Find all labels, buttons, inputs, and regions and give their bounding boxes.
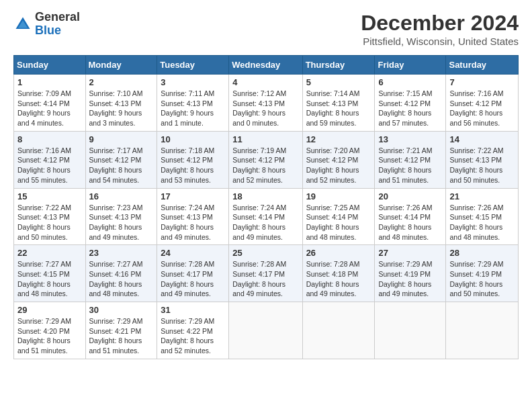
calendar-cell: 23Sunrise: 7:27 AMSunset: 4:16 PMDayligh…: [85, 245, 157, 302]
day-number: 1: [17, 77, 82, 87]
day-info: Sunrise: 7:12 AMSunset: 4:13 PMDaylight:…: [232, 89, 298, 128]
day-number: 25: [232, 248, 298, 258]
day-number: 31: [161, 305, 225, 315]
logo: General Blue: [13, 11, 80, 38]
calendar-cell: 8Sunrise: 7:16 AMSunset: 4:12 PMDaylight…: [14, 131, 86, 188]
day-number: 21: [449, 191, 515, 201]
day-number: 16: [89, 191, 154, 201]
calendar-cell: 29Sunrise: 7:29 AMSunset: 4:20 PMDayligh…: [14, 302, 86, 359]
logo-icon: [13, 15, 32, 34]
day-info: Sunrise: 7:29 AMSunset: 4:20 PMDaylight:…: [17, 316, 82, 356]
calendar-table: SundayMondayTuesdayWednesdayThursdayFrid…: [13, 55, 519, 359]
day-number: 6: [378, 77, 442, 87]
day-info: Sunrise: 7:16 AMSunset: 4:12 PMDaylight:…: [17, 146, 82, 185]
day-number: 22: [17, 248, 82, 258]
day-info: Sunrise: 7:27 AMSunset: 4:15 PMDaylight:…: [17, 259, 82, 299]
calendar-week-1: 1Sunrise: 7:09 AMSunset: 4:14 PMDaylight…: [14, 75, 519, 132]
calendar-cell: 11Sunrise: 7:19 AMSunset: 4:12 PMDayligh…: [229, 131, 302, 188]
calendar-cell: 12Sunrise: 7:20 AMSunset: 4:12 PMDayligh…: [302, 131, 375, 188]
title-block: December 2024 Pittsfield, Wisconsin, Uni…: [361, 11, 519, 47]
calendar-week-4: 22Sunrise: 7:27 AMSunset: 4:15 PMDayligh…: [14, 245, 519, 302]
day-info: Sunrise: 7:22 AMSunset: 4:13 PMDaylight:…: [449, 146, 515, 185]
day-info: Sunrise: 7:26 AMSunset: 4:15 PMDaylight:…: [449, 203, 515, 242]
day-info: Sunrise: 7:09 AMSunset: 4:14 PMDaylight:…: [17, 89, 82, 128]
weekday-friday: Friday: [375, 56, 446, 75]
calendar-week-2: 8Sunrise: 7:16 AMSunset: 4:12 PMDaylight…: [14, 131, 519, 188]
calendar-cell: 14Sunrise: 7:22 AMSunset: 4:13 PMDayligh…: [446, 131, 519, 188]
day-number: 24: [161, 248, 225, 258]
calendar-cell: 20Sunrise: 7:26 AMSunset: 4:14 PMDayligh…: [375, 188, 446, 245]
day-number: 7: [449, 77, 515, 87]
weekday-tuesday: Tuesday: [157, 56, 229, 75]
calendar-cell: 3Sunrise: 7:11 AMSunset: 4:13 PMDaylight…: [157, 75, 229, 132]
day-info: Sunrise: 7:10 AMSunset: 4:13 PMDaylight:…: [89, 89, 154, 128]
day-number: 30: [89, 305, 154, 315]
calendar-body: 1Sunrise: 7:09 AMSunset: 4:14 PMDaylight…: [14, 75, 519, 359]
day-number: 15: [17, 191, 82, 201]
day-info: Sunrise: 7:24 AMSunset: 4:13 PMDaylight:…: [161, 203, 225, 242]
day-info: Sunrise: 7:19 AMSunset: 4:12 PMDaylight:…: [232, 146, 298, 185]
weekday-thursday: Thursday: [302, 56, 375, 75]
day-info: Sunrise: 7:26 AMSunset: 4:14 PMDaylight:…: [378, 203, 442, 242]
weekday-wednesday: Wednesday: [229, 56, 302, 75]
calendar-cell: 10Sunrise: 7:18 AMSunset: 4:12 PMDayligh…: [157, 131, 229, 188]
weekday-monday: Monday: [85, 56, 157, 75]
calendar-cell: 2Sunrise: 7:10 AMSunset: 4:13 PMDaylight…: [85, 75, 157, 132]
day-number: 5: [306, 77, 371, 87]
day-info: Sunrise: 7:28 AMSunset: 4:17 PMDaylight:…: [232, 259, 298, 299]
day-number: 10: [161, 134, 225, 144]
day-info: Sunrise: 7:29 AMSunset: 4:19 PMDaylight:…: [378, 259, 442, 299]
day-info: Sunrise: 7:14 AMSunset: 4:13 PMDaylight:…: [306, 89, 371, 128]
calendar-cell: [229, 302, 302, 359]
day-number: 26: [306, 248, 371, 258]
calendar-cell: 18Sunrise: 7:24 AMSunset: 4:14 PMDayligh…: [229, 188, 302, 245]
day-info: Sunrise: 7:28 AMSunset: 4:18 PMDaylight:…: [306, 259, 371, 299]
calendar-week-3: 15Sunrise: 7:22 AMSunset: 4:13 PMDayligh…: [14, 188, 519, 245]
calendar-cell: 31Sunrise: 7:29 AMSunset: 4:22 PMDayligh…: [157, 302, 229, 359]
calendar-cell: 30Sunrise: 7:29 AMSunset: 4:21 PMDayligh…: [85, 302, 157, 359]
day-number: 14: [449, 134, 515, 144]
calendar-cell: 25Sunrise: 7:28 AMSunset: 4:17 PMDayligh…: [229, 245, 302, 302]
day-info: Sunrise: 7:29 AMSunset: 4:19 PMDaylight:…: [449, 259, 515, 299]
day-number: 12: [306, 134, 371, 144]
day-number: 9: [89, 134, 154, 144]
location-text: Pittsfield, Wisconsin, United States: [361, 36, 519, 47]
day-info: Sunrise: 7:16 AMSunset: 4:12 PMDaylight:…: [449, 89, 515, 128]
day-number: 18: [232, 191, 298, 201]
day-number: 2: [89, 77, 154, 87]
calendar-header: SundayMondayTuesdayWednesdayThursdayFrid…: [14, 56, 519, 75]
day-number: 19: [306, 191, 371, 201]
calendar-cell: 26Sunrise: 7:28 AMSunset: 4:18 PMDayligh…: [302, 245, 375, 302]
calendar-cell: 17Sunrise: 7:24 AMSunset: 4:13 PMDayligh…: [157, 188, 229, 245]
month-title: December 2024: [361, 11, 519, 36]
day-info: Sunrise: 7:18 AMSunset: 4:12 PMDaylight:…: [161, 146, 225, 185]
day-info: Sunrise: 7:24 AMSunset: 4:14 PMDaylight:…: [232, 203, 298, 242]
calendar-cell: 9Sunrise: 7:17 AMSunset: 4:12 PMDaylight…: [85, 131, 157, 188]
calendar-cell: [302, 302, 375, 359]
day-info: Sunrise: 7:28 AMSunset: 4:17 PMDaylight:…: [161, 259, 225, 299]
calendar-cell: 21Sunrise: 7:26 AMSunset: 4:15 PMDayligh…: [446, 188, 519, 245]
day-info: Sunrise: 7:11 AMSunset: 4:13 PMDaylight:…: [161, 89, 225, 128]
day-info: Sunrise: 7:17 AMSunset: 4:12 PMDaylight:…: [89, 146, 154, 185]
day-info: Sunrise: 7:20 AMSunset: 4:12 PMDaylight:…: [306, 146, 371, 185]
day-number: 20: [378, 191, 442, 201]
day-number: 27: [378, 248, 442, 258]
day-number: 3: [161, 77, 225, 87]
weekday-header-row: SundayMondayTuesdayWednesdayThursdayFrid…: [14, 56, 519, 75]
calendar-cell: 22Sunrise: 7:27 AMSunset: 4:15 PMDayligh…: [14, 245, 86, 302]
day-number: 4: [232, 77, 298, 87]
calendar-cell: 15Sunrise: 7:22 AMSunset: 4:13 PMDayligh…: [14, 188, 86, 245]
day-info: Sunrise: 7:23 AMSunset: 4:13 PMDaylight:…: [89, 203, 154, 242]
logo-blue-text: Blue: [35, 24, 61, 37]
day-number: 23: [89, 248, 154, 258]
calendar-cell: 24Sunrise: 7:28 AMSunset: 4:17 PMDayligh…: [157, 245, 229, 302]
calendar-cell: 7Sunrise: 7:16 AMSunset: 4:12 PMDaylight…: [446, 75, 519, 132]
day-number: 11: [232, 134, 298, 144]
day-info: Sunrise: 7:25 AMSunset: 4:14 PMDaylight:…: [306, 203, 371, 242]
logo-general-text: General: [35, 10, 80, 24]
calendar-cell: [375, 302, 446, 359]
weekday-saturday: Saturday: [446, 56, 519, 75]
day-number: 8: [17, 134, 82, 144]
calendar-cell: 16Sunrise: 7:23 AMSunset: 4:13 PMDayligh…: [85, 188, 157, 245]
weekday-sunday: Sunday: [14, 56, 86, 75]
